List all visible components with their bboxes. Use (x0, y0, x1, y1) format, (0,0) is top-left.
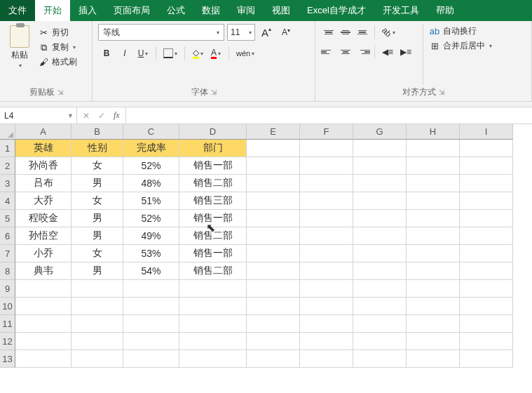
cell-A7[interactable]: 小乔 (15, 245, 71, 262)
cell-B3[interactable]: 男 (71, 175, 123, 192)
cell-H10[interactable] (407, 298, 460, 315)
cell-E6[interactable] (247, 227, 300, 245)
fill-color-button[interactable]: ◇▾ (189, 45, 206, 62)
cell-H2[interactable] (407, 157, 460, 175)
wrap-text-button[interactable]: ab 自动换行 (429, 25, 492, 37)
cell-E5[interactable] (247, 210, 300, 227)
cell-G7[interactable] (353, 245, 407, 262)
menu-item-6[interactable]: 审阅 (229, 0, 264, 21)
cell-F9[interactable] (300, 280, 353, 298)
increase-font-button[interactable]: A▴ (258, 24, 275, 41)
col-header-I[interactable]: I (460, 124, 513, 140)
col-header-B[interactable]: B (71, 124, 123, 140)
cell-A12[interactable] (15, 333, 71, 350)
row-header-5[interactable]: 5 (0, 210, 15, 227)
cell-G1[interactable] (353, 140, 407, 157)
cell-C9[interactable] (123, 280, 179, 298)
decrease-indent-button[interactable]: ◀≡ (379, 44, 396, 60)
merge-center-button[interactable]: ⊞ 合并后居中 ▾ (429, 40, 492, 52)
cell-I4[interactable] (460, 192, 513, 210)
cell-E13[interactable] (247, 350, 300, 368)
menu-item-3[interactable]: 页面布局 (105, 0, 158, 21)
cell-D4[interactable]: 销售三部 (179, 192, 247, 210)
select-all-corner[interactable] (0, 124, 15, 140)
row-header-4[interactable]: 4 (0, 192, 15, 210)
decrease-font-button[interactable]: A▾ (278, 24, 294, 41)
align-middle-button[interactable] (338, 25, 353, 40)
cell-I11[interactable] (460, 315, 513, 333)
dialog-launcher-icon[interactable]: ⇲ (439, 88, 444, 96)
col-header-A[interactable]: A (15, 124, 71, 140)
cell-C3[interactable]: 48% (123, 175, 179, 192)
cell-I5[interactable] (460, 210, 513, 227)
col-header-C[interactable]: C (123, 124, 179, 140)
cell-E12[interactable] (247, 333, 300, 350)
cell-H6[interactable] (407, 227, 460, 245)
menu-item-8[interactable]: Excel自学成才 (299, 0, 374, 21)
cell-C4[interactable]: 51% (123, 192, 179, 210)
paste-button[interactable]: 粘贴 ▾ (6, 24, 34, 85)
align-top-button[interactable] (321, 25, 336, 40)
cell-D12[interactable] (179, 333, 247, 350)
cell-G10[interactable] (353, 298, 407, 315)
cell-C8[interactable]: 54% (123, 262, 179, 280)
cell-F8[interactable] (300, 262, 353, 280)
cell-D6[interactable]: 销售二部 (179, 227, 247, 245)
border-button[interactable]: ▾ (161, 45, 180, 62)
cell-G6[interactable] (353, 227, 407, 245)
row-header-10[interactable]: 10 (0, 298, 15, 315)
cell-I6[interactable] (460, 227, 513, 245)
cell-D13[interactable] (179, 350, 247, 368)
cell-G5[interactable] (353, 210, 407, 227)
cell-I8[interactable] (460, 262, 513, 280)
copy-button[interactable]: ⧉ 复制 ▾ (38, 41, 77, 53)
cell-C10[interactable] (123, 298, 179, 315)
cell-A11[interactable] (15, 315, 71, 333)
cell-H1[interactable] (407, 140, 460, 157)
cell-B8[interactable]: 男 (71, 262, 123, 280)
cell-F6[interactable] (300, 227, 353, 245)
align-bottom-button[interactable] (355, 25, 370, 40)
cell-H3[interactable] (407, 175, 460, 192)
cell-A6[interactable]: 孙悟空 (15, 227, 71, 245)
cell-A4[interactable]: 大乔 (15, 192, 71, 210)
cell-E1[interactable] (247, 140, 300, 157)
cell-H12[interactable] (407, 333, 460, 350)
cell-I3[interactable] (460, 175, 513, 192)
menu-item-1[interactable]: 开始 (35, 0, 70, 21)
dialog-launcher-icon[interactable]: ⇲ (57, 88, 63, 96)
cell-G2[interactable] (353, 157, 407, 175)
row-header-11[interactable]: 11 (0, 315, 15, 333)
col-header-E[interactable]: E (247, 124, 300, 140)
cell-C5[interactable]: 52% (123, 210, 179, 227)
cell-F3[interactable] (300, 175, 353, 192)
align-center-button[interactable] (338, 44, 353, 60)
font-name-select[interactable]: 等线 ▾ (98, 24, 224, 41)
formula-input[interactable] (126, 107, 532, 124)
cell-G13[interactable] (353, 350, 407, 368)
italic-button[interactable]: I (116, 45, 133, 62)
row-header-12[interactable]: 12 (0, 333, 15, 350)
cell-F4[interactable] (300, 192, 353, 210)
col-header-F[interactable]: F (300, 124, 353, 140)
col-header-G[interactable]: G (353, 124, 407, 140)
cell-F11[interactable] (300, 315, 353, 333)
cell-B4[interactable]: 女 (71, 192, 123, 210)
cell-D5[interactable]: 销售一部 (179, 210, 247, 227)
cell-D11[interactable] (179, 315, 247, 333)
cell-D2[interactable]: 销售一部 (179, 157, 247, 175)
cell-I9[interactable] (460, 280, 513, 298)
menu-item-7[interactable]: 视图 (264, 0, 299, 21)
font-color-button[interactable]: A▾ (207, 45, 224, 62)
cell-I10[interactable] (460, 298, 513, 315)
phonetic-button[interactable]: wén▾ (233, 45, 257, 62)
cell-G3[interactable] (353, 175, 407, 192)
cell-A2[interactable]: 孙尚香 (15, 157, 71, 175)
cell-F7[interactable] (300, 245, 353, 262)
cell-B7[interactable]: 女 (71, 245, 123, 262)
row-header-9[interactable]: 9 (0, 280, 15, 298)
cell-C6[interactable]: 49% (123, 227, 179, 245)
cell-F12[interactable] (300, 333, 353, 350)
cell-B11[interactable] (71, 315, 123, 333)
cell-E4[interactable] (247, 192, 300, 210)
